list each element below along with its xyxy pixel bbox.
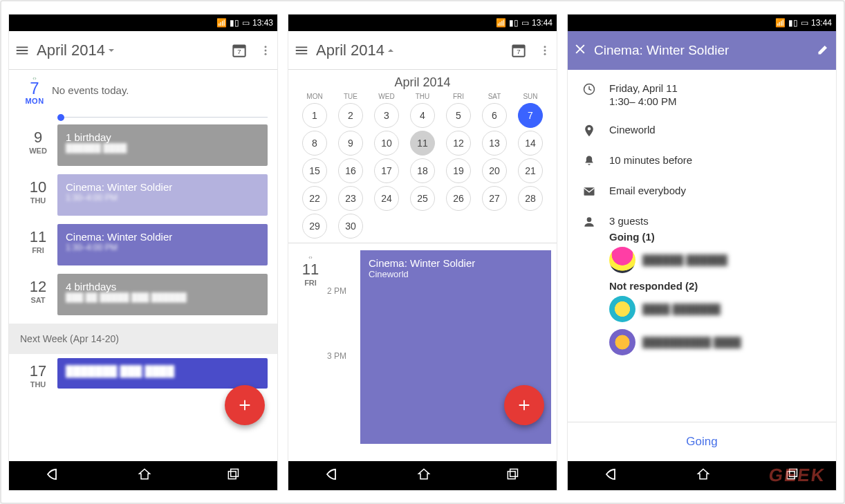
edit-icon[interactable]	[817, 42, 830, 59]
day-cell[interactable]: 11	[405, 131, 440, 156]
day-cell[interactable]: 19	[440, 158, 476, 183]
svg-rect-19	[787, 471, 795, 478]
home-icon[interactable]	[696, 467, 710, 485]
signal-icon: ▮▯	[230, 19, 239, 27]
location-row[interactable]: Cineworld	[568, 115, 836, 146]
event-card[interactable]: Cinema: Winter Soldier 1:30–4:00 PM	[57, 224, 268, 265]
svg-point-4	[265, 49, 267, 51]
guest-item[interactable]: ██████████ ████	[609, 329, 822, 355]
back-icon[interactable]	[46, 468, 63, 484]
back-icon[interactable]	[326, 468, 342, 484]
today-badge[interactable]: ‹› 7 MON	[17, 75, 52, 105]
day-cell[interactable]: 22	[297, 186, 333, 211]
back-icon[interactable]	[605, 468, 622, 484]
day-cell[interactable]: 13	[476, 131, 512, 156]
svg-rect-20	[790, 469, 797, 476]
day-cell[interactable]: 14	[512, 131, 548, 156]
day-cell[interactable]: 1	[297, 103, 333, 128]
agenda-row[interactable]: 12SAT 4 birthdays ███ ██ █████ ███ █████…	[9, 270, 277, 319]
status-clock: 13:43	[252, 18, 273, 28]
system-nav-bar	[568, 461, 836, 490]
reminder-row[interactable]: 10 minutes before	[568, 146, 836, 176]
day-cell[interactable]: 5	[440, 103, 476, 128]
day-cell[interactable]: 23	[333, 186, 369, 211]
day-cell[interactable]: 20	[476, 158, 512, 183]
svg-rect-14	[508, 471, 515, 478]
event-card[interactable]: Cinema: Winter Soldier 1:30–4:00 PM	[57, 174, 268, 216]
svg-point-11	[544, 46, 546, 48]
system-nav-bar	[288, 461, 557, 490]
event-card[interactable]: 4 birthdays ███ ██ █████ ███ ██████	[57, 274, 268, 315]
day-cell[interactable]: 24	[369, 186, 405, 211]
day-cell[interactable]: 30	[333, 214, 369, 239]
day-cell[interactable]: 7	[512, 103, 548, 128]
bell-icon	[582, 154, 597, 168]
home-icon[interactable]	[417, 467, 431, 485]
day-cell[interactable]: 2	[333, 103, 369, 128]
today-icon[interactable]: 7	[230, 41, 248, 59]
day-cell[interactable]: 28	[512, 186, 548, 211]
guest-item[interactable]: ██████ ██████	[609, 247, 822, 273]
battery-icon: ▭	[521, 19, 529, 27]
overflow-icon[interactable]	[539, 43, 551, 58]
status-bar: 📶 ▮▯ ▭ 13:44	[568, 15, 836, 31]
location-icon	[582, 124, 597, 138]
status-bar: 📶 ▮▯ ▭ 13:44	[288, 15, 557, 31]
day-cell[interactable]: 3	[369, 103, 405, 128]
svg-rect-7	[231, 469, 239, 476]
day-cell[interactable]: 4	[405, 103, 440, 128]
day-cell[interactable]: 29	[297, 214, 333, 239]
recents-icon[interactable]	[505, 467, 519, 485]
home-icon[interactable]	[138, 467, 151, 485]
month-title[interactable]: April 2014	[37, 41, 230, 59]
agenda-row[interactable]: 11FRI Cinema: Winter Soldier 1:30–4:00 P…	[9, 220, 277, 270]
day-cell[interactable]: 16	[333, 158, 369, 183]
svg-point-5	[265, 53, 267, 55]
day-cell[interactable]: 25	[405, 186, 440, 211]
battery-icon: ▭	[242, 19, 250, 27]
fab-add-button[interactable]	[225, 385, 265, 425]
agenda-row[interactable]: 10THU Cinema: Winter Soldier 1:30–4:00 P…	[9, 170, 277, 220]
day-cell[interactable]: 17	[369, 158, 405, 183]
avatar	[609, 329, 635, 355]
today-dow: MON	[25, 97, 44, 105]
day-cell[interactable]: 12	[440, 131, 476, 156]
agenda-content: ‹› 7 MON No events today. 9WED 1 birthda…	[9, 70, 277, 461]
day-cell[interactable]: 26	[440, 186, 476, 211]
close-icon[interactable]	[573, 42, 587, 59]
day-cell[interactable]: 18	[405, 158, 440, 183]
agenda-row[interactable]: 9WED 1 birthday ██████ ████	[9, 120, 277, 170]
day-cell[interactable]: 6	[476, 103, 512, 128]
recents-icon[interactable]	[785, 467, 799, 485]
day-cell[interactable]: 15	[297, 158, 333, 183]
event-app-bar: Cinema: Winter Soldier	[568, 31, 836, 70]
day-cell[interactable]: 9	[333, 131, 369, 156]
fab-add-button[interactable]	[504, 385, 544, 425]
guest-item[interactable]: ████ ███████	[609, 296, 822, 322]
day-cell[interactable]: 10	[369, 131, 405, 156]
hamburger-icon[interactable]	[294, 43, 309, 58]
today-icon[interactable]: 7	[510, 41, 528, 59]
phone-month: 📶 ▮▯ ▭ 13:44 April 2014 7 Apr	[288, 14, 557, 491]
overflow-icon[interactable]	[259, 43, 272, 58]
day-cell[interactable]: 21	[512, 158, 548, 183]
day-cell[interactable]: 27	[476, 186, 512, 211]
month-title[interactable]: April 2014	[316, 41, 510, 59]
weekday-row: MONTUEWEDTHUFRISATSUN	[288, 93, 557, 103]
svg-point-12	[544, 49, 546, 51]
rsvp-button[interactable]: Going	[568, 422, 836, 461]
mail-icon	[582, 185, 597, 198]
hamburger-icon[interactable]	[15, 43, 30, 58]
svg-rect-17	[584, 187, 595, 196]
status-clock: 13:44	[811, 18, 832, 28]
svg-text:7: 7	[517, 48, 520, 55]
guests-row: 3 guests Going (1) ██████ ██████ Not res…	[568, 207, 836, 371]
recents-icon[interactable]	[226, 467, 240, 485]
email-row[interactable]: Email everybody	[568, 176, 836, 207]
no-events-label: No events today.	[52, 84, 129, 96]
day-cell	[405, 214, 440, 239]
avatar	[609, 247, 635, 273]
event-card[interactable]: 1 birthday ██████ ████	[57, 124, 268, 166]
day-cell[interactable]: 8	[297, 131, 333, 156]
today-num: 7	[30, 80, 39, 97]
